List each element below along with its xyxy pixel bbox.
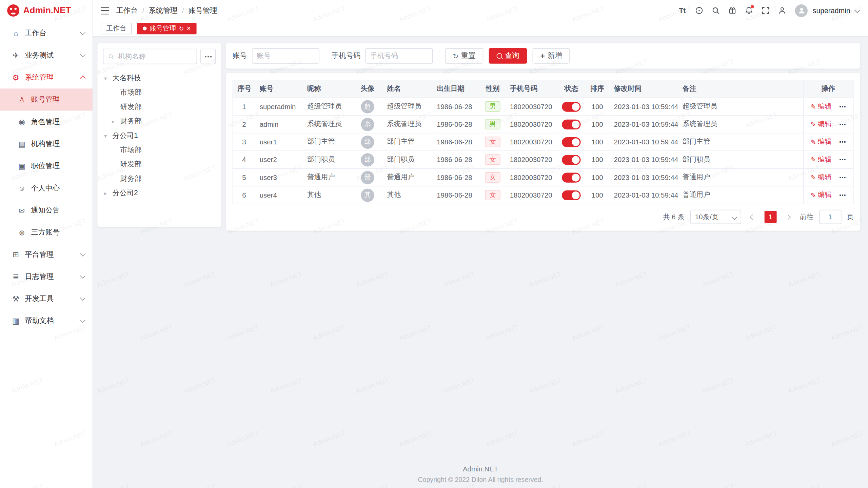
more-actions-button[interactable] [839,174,846,181]
account-input[interactable] [252,48,319,64]
avatar: 部 [361,153,374,166]
status-toggle[interactable] [562,155,581,164]
tree-arrow-icon[interactable] [104,133,112,139]
column-header: 状态 [557,80,585,98]
tree-arrow-icon[interactable] [104,190,112,196]
org-search-input[interactable] [117,52,192,61]
sidebar-item[interactable]: ▣ 职位管理 [0,155,93,177]
user-avatar[interactable] [795,4,808,17]
notification-icon[interactable] [741,3,756,18]
status-toggle[interactable] [562,137,581,147]
sidebar-item[interactable]: ♙ 账号管理 [0,88,93,110]
status-toggle[interactable] [562,102,581,111]
sidebar-item[interactable]: ⌂ 工作台 [0,22,93,44]
tree-node[interactable]: 财务部 [103,171,216,186]
page-size-value: 10条/页 [695,212,718,222]
sidebar-item[interactable]: ⚙ 系统管理 [0,66,93,88]
sidebar-item[interactable]: ▤ 机构管理 [0,133,93,155]
accounts-table: 序号账号昵称头像姓名出生日期性别手机号码状态排序修改时间备注操作 1 super… [233,80,854,204]
tab-dot [143,26,146,30]
sidebar-item[interactable]: ☺ 个人中心 [0,177,93,199]
edit-button[interactable]: 编辑 [811,190,832,200]
edit-button[interactable]: 编辑 [811,120,832,129]
tab-refresh-icon[interactable] [179,25,184,33]
tree-node[interactable]: 研发部 [103,100,216,114]
gender-tag: 女 [485,155,500,165]
theme-icon[interactable] [725,3,739,18]
status-toggle[interactable] [562,119,581,129]
fullscreen-icon[interactable] [758,3,773,18]
tab-label: 账号管理 [150,24,176,33]
cell-index: 3 [233,133,255,151]
tree-node[interactable]: 市场部 [103,85,216,99]
sidebar-item[interactable]: ✉ 通知公告 [0,199,93,221]
column-header: 昵称 [303,80,353,98]
edit-button[interactable]: 编辑 [811,137,832,147]
sidebar-item[interactable]: ⊞ 平台管理 [0,243,93,265]
more-actions-button[interactable] [839,103,846,110]
gender-tag: 男 [485,101,500,112]
breadcrumb-item[interactable]: 工作台 [116,5,138,15]
cell-name: 超级管理员 [382,98,432,115]
tree-node[interactable]: 研发部 [103,157,216,171]
reset-button[interactable]: 重置 [445,48,484,64]
sidebar-item-icon: ⊞ [11,251,21,259]
edit-button[interactable]: 编辑 [811,102,832,111]
more-actions-button[interactable] [839,120,846,128]
tree-node[interactable]: 市场部 [103,143,216,157]
tree-arrow-icon[interactable] [112,118,120,124]
edit-button[interactable]: 编辑 [811,155,832,164]
edit-button[interactable]: 编辑 [811,172,832,182]
tree-more-button[interactable] [200,49,216,64]
goto-page-input[interactable] [819,210,841,224]
tree-node[interactable]: 大名科技 [103,71,216,85]
tree-node[interactable]: 分公司2 [103,186,216,200]
logo[interactable]: Admin.NET [0,0,93,21]
sidebar-item-icon: ⊛ [17,229,27,236]
font-size-icon[interactable] [675,3,690,18]
more-actions-button[interactable] [839,156,846,164]
column-header: 手机号码 [506,80,557,98]
tree-node[interactable]: 分公司1 [103,128,216,143]
tab[interactable]: 工作台 [101,23,132,34]
current-page[interactable]: 1 [764,211,776,223]
sidebar-item[interactable]: ≣ 日志管理 [0,266,93,288]
tab[interactable]: 账号管理 [137,23,196,34]
breadcrumb-item[interactable]: 系统管理 [149,5,178,15]
more-actions-button[interactable] [839,191,846,199]
page-size-select[interactable]: 10条/页 [690,210,741,224]
search-button[interactable]: 查询 [489,48,527,64]
search-icon[interactable] [708,3,723,18]
tree-node-label: 大名科技 [112,73,141,83]
status-toggle[interactable] [562,190,581,200]
tree-arrow-icon[interactable] [104,75,112,81]
sidebar-item[interactable]: ⊛ 三方账号 [0,221,93,243]
discover-icon[interactable] [691,3,706,18]
sidebar-item[interactable]: ▥ 帮助文档 [0,310,93,332]
hamburger-menu-icon[interactable] [101,7,109,14]
cell-actions: 编辑 [803,133,853,151]
add-button[interactable]: 新增 [533,48,570,64]
sidebar-item-icon: ◉ [17,118,27,125]
sidebar-item[interactable]: ✈ 业务测试 [0,44,93,66]
user-file-icon[interactable] [774,3,789,18]
status-toggle[interactable] [562,172,581,182]
phone-filter: 手机号码 [332,48,433,64]
sidebar-item[interactable]: ⚒ 开发工具 [0,288,93,310]
cell-index: 1 [233,98,255,115]
tree-node-label: 研发部 [120,102,142,111]
cell-birthday: 1986-06-28 [432,186,480,204]
search-icon [108,53,114,60]
phone-input[interactable] [366,48,433,64]
filter-buttons: 重置 查询 新增 [445,48,570,64]
chevron-icon [80,76,85,81]
next-page-button[interactable] [782,211,794,223]
column-header: 头像 [353,80,382,98]
sidebar-item[interactable]: ◉ 角色管理 [0,111,93,133]
more-actions-button[interactable] [839,138,846,146]
tree-node[interactable]: 财务部 [103,114,216,128]
username[interactable]: superadmin [813,6,850,15]
tab-close-icon[interactable] [187,25,191,33]
footer-copyright: Copyright © 2022 Dilon All rights reserv… [93,476,868,484]
prev-page-button[interactable] [747,211,759,223]
